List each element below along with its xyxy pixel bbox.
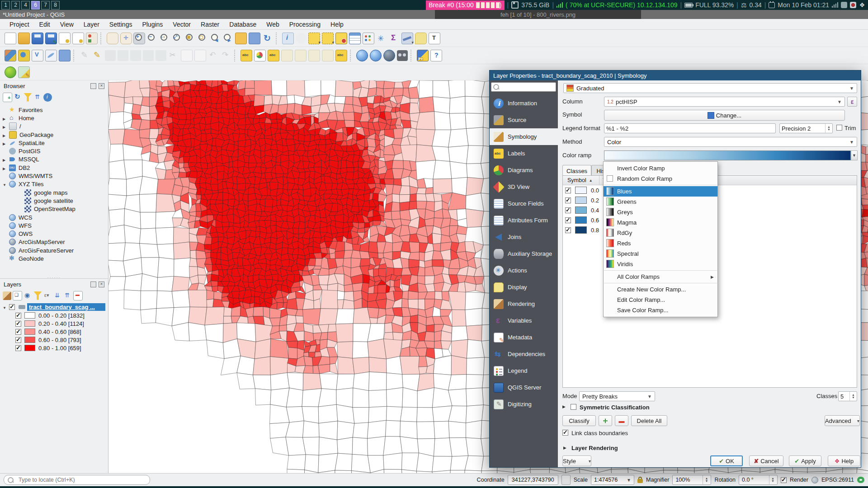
sidebar-item[interactable]: Symbology — [490, 128, 558, 145]
text-annotation-icon[interactable] — [429, 33, 440, 44]
spin-buttons[interactable]: ▲▼ — [703, 475, 708, 484]
ramp-menu-item[interactable]: Greens — [604, 197, 717, 207]
expand-arrow[interactable] — [3, 181, 9, 188]
all-color-ramps-item[interactable]: All Color Ramps ▶ — [604, 272, 717, 282]
tab[interactable]: Classes — [562, 165, 591, 176]
add-vector-layer-icon[interactable] — [18, 50, 30, 61]
workspace-button[interactable]: 2 — [11, 1, 20, 9]
workspace-button[interactable]: 1 — [1, 1, 10, 9]
menu-item[interactable]: Web — [261, 21, 284, 28]
dialog-title-bar[interactable]: Layer Properties - tract_boundary_scag_2… — [490, 70, 861, 80]
open-web-menu-icon[interactable] — [356, 50, 368, 61]
layer-name[interactable]: tract_boundary_scag ... — [27, 303, 105, 311]
help-contents-icon[interactable] — [430, 50, 442, 61]
tree-item[interactable]: Favorites — [0, 106, 108, 114]
classes-count-spinner[interactable]: 5 ▲▼ — [838, 391, 857, 401]
paste-features-icon[interactable] — [194, 50, 206, 61]
trim-checkbox[interactable] — [836, 125, 842, 131]
show-spatial-bookmarks-icon[interactable] — [249, 33, 260, 44]
panel-float-button[interactable] — [90, 83, 96, 89]
tree-item[interactable]: PostGIS — [0, 147, 108, 155]
legend-class-item[interactable]: 0.80 - 1.00 [659] — [0, 344, 108, 352]
class-row-swatch[interactable] — [575, 216, 587, 224]
style-button[interactable]: Style ▾ — [562, 455, 591, 466]
save-layer-edits-icon[interactable] — [105, 50, 116, 61]
new-spatialite-layer-icon[interactable] — [45, 50, 57, 61]
messages-icon[interactable] — [857, 477, 864, 483]
add-group-icon[interactable] — [13, 291, 22, 300]
new-spatial-bookmark-icon[interactable] — [235, 33, 247, 44]
class-row-swatch[interactable] — [575, 226, 587, 234]
ramp-menu-item[interactable]: Blues — [604, 186, 717, 197]
sidebar-item[interactable]: Source — [490, 112, 558, 128]
pin-labels-icon[interactable] — [281, 50, 293, 61]
class-visibility-checkbox[interactable] — [15, 337, 21, 343]
symbol-column-header[interactable]: Symbol — [563, 177, 586, 183]
color-ramp-dropdown-button[interactable]: ▼ — [851, 150, 858, 160]
class-visibility-checkbox[interactable] — [15, 329, 21, 335]
sidebar-item[interactable]: Information — [490, 95, 558, 112]
sidebar-item[interactable]: Metadata — [490, 329, 558, 346]
show-layout-manager-icon[interactable] — [72, 33, 84, 44]
ramp-menu-item[interactable]: RdGy — [604, 228, 717, 238]
renderer-combo[interactable]: Graduated ▼ — [563, 83, 857, 93]
mapserver-export-icon[interactable] — [370, 50, 382, 61]
filter-browser-icon[interactable] — [24, 93, 32, 102]
zoom-out-icon[interactable] — [146, 33, 157, 44]
processing-options-icon[interactable] — [376, 33, 387, 44]
rotate-label-icon[interactable] — [322, 50, 334, 61]
class-visibility-checkbox[interactable] — [15, 313, 21, 319]
new-print-layout-icon[interactable] — [59, 33, 71, 44]
menu-item[interactable]: Plugins — [137, 21, 168, 28]
menu-item[interactable]: Help — [326, 21, 349, 28]
legend-format-input[interactable]: %1 - %2 — [604, 123, 776, 133]
mode-combo[interactable]: Pretty Breaks ▼ — [579, 391, 655, 401]
tree-item[interactable]: SpatiaLite — [0, 139, 108, 147]
run-feature-action-icon[interactable] — [296, 33, 307, 44]
measure-line-icon[interactable] — [401, 33, 413, 44]
expand-arrow[interactable] — [3, 131, 9, 138]
menu-item[interactable]: Settings — [104, 21, 137, 28]
feh-window-title-bar[interactable]: feh [1 of 10] - 800_rivers.png — [435, 10, 641, 19]
tree-item[interactable]: DB2 — [0, 164, 108, 172]
column-combo[interactable]: 1.2 pctHISP ▼ — [604, 97, 845, 107]
tree-item[interactable]: google satellite — [0, 197, 108, 205]
magnifier-spinner[interactable]: 100% ▲▼ — [672, 475, 711, 485]
random-ramp-checkbox[interactable] — [607, 175, 613, 182]
menu-item[interactable]: Edit — [34, 21, 55, 28]
legend-class-item[interactable]: 0.60 - 0.80 [793] — [0, 336, 108, 344]
zoom-last-icon[interactable] — [210, 33, 221, 44]
filter-by-expression-icon[interactable] — [43, 291, 52, 300]
sidebar-item[interactable]: Diagrams — [490, 162, 558, 178]
expand-arrow[interactable] — [3, 304, 9, 310]
color-ramp-preview[interactable] — [604, 150, 851, 160]
tree-item[interactable]: / — [0, 122, 108, 131]
sidebar-item[interactable]: Legend — [490, 362, 558, 379]
ok-button[interactable]: ✔ OK — [710, 455, 743, 466]
method-combo[interactable]: Color ▼ — [604, 137, 857, 147]
locator-input[interactable] — [18, 476, 146, 483]
browser-properties-icon[interactable] — [43, 93, 52, 102]
class-row-swatch[interactable] — [575, 187, 587, 194]
sidebar-search[interactable] — [491, 82, 556, 92]
window-title-bar[interactable]: *Untitled Project - QGIS — [0, 10, 868, 19]
expand-all-icon[interactable] — [53, 291, 62, 300]
tray-flower-icon[interactable]: ❖ — [859, 2, 865, 8]
python-console-icon[interactable] — [417, 50, 429, 61]
cancel-button[interactable]: ✘ Cancel — [749, 455, 783, 466]
class-row-checkbox[interactable] — [565, 227, 571, 233]
delete-all-button[interactable]: Delete All — [631, 415, 667, 426]
link-boundaries-checkbox[interactable] — [562, 430, 568, 436]
tree-item[interactable]: google maps — [0, 188, 108, 197]
random-color-ramp-item[interactable]: Random Color Ramp — [604, 174, 717, 184]
classify-button[interactable]: Classify — [562, 415, 596, 426]
digitize-shape-icon[interactable] — [118, 50, 128, 61]
legend-class-item[interactable]: 0.20 - 0.40 [1124] — [0, 319, 108, 328]
extents-button[interactable] — [561, 475, 571, 485]
spin-buttons[interactable]: ▲▼ — [825, 124, 830, 133]
open-data-source-manager-icon[interactable] — [5, 50, 16, 61]
workspace-button[interactable]: 6 — [31, 1, 40, 9]
georeferencer-icon[interactable] — [18, 66, 30, 78]
change-label-icon[interactable] — [335, 50, 347, 61]
render-checkbox[interactable] — [781, 477, 787, 483]
